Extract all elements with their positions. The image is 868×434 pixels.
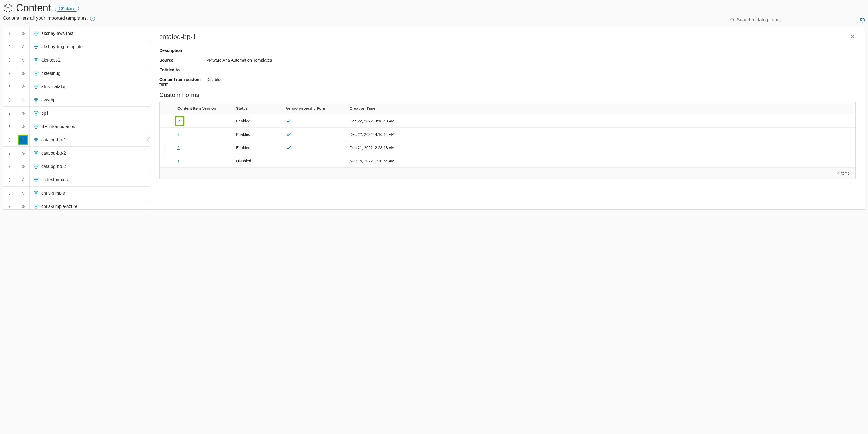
list-row[interactable]: BP-infomediaries: [3, 120, 150, 133]
svg-point-57: [9, 153, 10, 153]
label-source: Source: [159, 58, 207, 62]
row-name-cell[interactable]: catalog-bp-1: [30, 137, 150, 143]
list-row[interactable]: bp1: [3, 107, 150, 120]
row-expand-button[interactable]: [17, 40, 30, 53]
kebab-icon: [7, 58, 12, 62]
list-row[interactable]: akshay-bug-template: [3, 40, 150, 54]
row-menu-button[interactable]: [3, 160, 17, 173]
row-name-cell[interactable]: chris-simple-azure: [30, 204, 150, 209]
row-menu-button[interactable]: [3, 27, 17, 40]
list-row[interactable]: akshay-aws-test: [3, 27, 150, 40]
row-expand-button[interactable]: [17, 200, 30, 209]
row-name-cell[interactable]: catalog-bp-2: [30, 151, 150, 156]
kebab-icon: [7, 178, 12, 182]
list-row[interactable]: catalog-bp-2: [3, 160, 150, 173]
row-menu-button[interactable]: [3, 173, 17, 186]
row-expand-button[interactable]: [17, 54, 30, 66]
row-expand-button[interactable]: [17, 173, 30, 186]
row-name-cell[interactable]: aktestbug: [30, 71, 150, 76]
row-name-label: catalog-bp-1: [41, 137, 66, 143]
version-link[interactable]: 3: [177, 132, 180, 136]
svg-point-68: [9, 178, 10, 179]
row-name-cell[interactable]: aws-bp: [30, 98, 150, 102]
svg-point-69: [9, 179, 10, 180]
row-menu-button[interactable]: [3, 200, 17, 209]
list-row[interactable]: aws-bp: [3, 93, 150, 107]
row-expand-button[interactable]: [17, 147, 30, 160]
row-expand-button[interactable]: [17, 80, 30, 93]
row-expand-button[interactable]: [17, 107, 30, 120]
row-expand-button[interactable]: [17, 27, 30, 40]
custom-forms-table: Content Item Version Status Version-spec…: [159, 102, 856, 179]
search-input[interactable]: [737, 17, 856, 23]
svg-point-9: [9, 46, 10, 47]
row-name-cell[interactable]: catalog-bp-2: [30, 164, 150, 169]
chevron-right-icon: [21, 58, 25, 62]
chevron-right-icon: [21, 191, 25, 195]
row-menu-button[interactable]: [3, 147, 17, 160]
row-menu-button[interactable]: [160, 128, 172, 141]
row-name-cell[interactable]: atest-catalog: [30, 84, 150, 89]
row-menu-button[interactable]: [3, 93, 17, 106]
chevron-right-icon: [21, 151, 25, 155]
list-row[interactable]: cc-test-inputs: [3, 173, 150, 187]
main-area: akshay-aws-testakshay-bug-templateaks-te…: [3, 27, 865, 210]
svg-point-27: [9, 86, 10, 87]
svg-point-80: [9, 205, 10, 205]
row-menu-button[interactable]: [3, 187, 17, 199]
row-name-cell[interactable]: aks-test-2: [30, 58, 150, 63]
list-row[interactable]: aks-test-2: [3, 54, 150, 67]
row-expand-button[interactable]: [17, 187, 30, 199]
svg-point-98: [165, 160, 166, 161]
selection-pointer: [147, 137, 150, 143]
svg-point-76: [9, 194, 10, 194]
version-link[interactable]: 4: [177, 119, 182, 123]
list-row[interactable]: aktestbug: [3, 67, 150, 80]
row-menu-button[interactable]: [3, 120, 17, 133]
row-menu-button[interactable]: [3, 54, 17, 66]
row-expand-button[interactable]: [17, 67, 30, 80]
row-expand-button[interactable]: [17, 133, 30, 146]
blueprint-icon: [33, 164, 38, 169]
row-name-cell[interactable]: akshay-bug-template: [30, 44, 150, 49]
row-menu-button[interactable]: [3, 80, 17, 93]
chevron-right-icon: [21, 124, 25, 129]
row-name-cell[interactable]: cc-test-inputs: [30, 177, 150, 182]
row-expand-button[interactable]: [17, 160, 30, 173]
close-icon[interactable]: [849, 34, 856, 40]
svg-point-44: [9, 125, 10, 126]
row-menu-button[interactable]: [3, 40, 17, 53]
refresh-icon[interactable]: [860, 18, 865, 23]
content-list-scroll[interactable]: akshay-aws-testakshay-bug-templateaks-te…: [3, 27, 150, 209]
search-input-wrap[interactable]: [730, 16, 857, 24]
row-menu-button[interactable]: [160, 154, 172, 167]
svg-point-56: [9, 152, 10, 152]
row-name-cell[interactable]: akshay-aws-test: [30, 31, 150, 36]
item-count-badge: 101 items: [55, 5, 79, 12]
page-title: Content: [3, 2, 51, 14]
svg-point-75: [9, 193, 10, 193]
row-expand-button[interactable]: [17, 93, 30, 106]
version-link[interactable]: 1: [177, 159, 180, 163]
list-row[interactable]: catalog-bp-1: [3, 133, 150, 147]
svg-rect-85: [35, 206, 37, 209]
info-icon[interactable]: i: [90, 16, 95, 21]
cell-version: 2: [172, 146, 236, 150]
row-menu-button[interactable]: [160, 141, 172, 154]
row-name-cell[interactable]: BP-infomediaries: [30, 124, 150, 129]
row-name-cell[interactable]: bp1: [30, 111, 150, 116]
row-menu-button[interactable]: [3, 67, 17, 80]
list-row[interactable]: chris-simple: [3, 187, 150, 200]
label-customform: Content item custom form: [159, 77, 207, 87]
row-menu-button[interactable]: [3, 107, 17, 120]
cell-status: Enabled: [236, 119, 286, 123]
row-menu-button[interactable]: [160, 115, 172, 127]
list-row[interactable]: catalog-bp-2: [3, 147, 150, 160]
row-menu-button[interactable]: [3, 133, 17, 146]
svg-point-52: [9, 141, 10, 141]
list-row[interactable]: atest-catalog: [3, 80, 150, 93]
row-expand-button[interactable]: [17, 120, 30, 133]
list-row[interactable]: chris-simple-azure: [3, 200, 150, 209]
version-link[interactable]: 2: [177, 146, 180, 150]
row-name-cell[interactable]: chris-simple: [30, 191, 150, 196]
